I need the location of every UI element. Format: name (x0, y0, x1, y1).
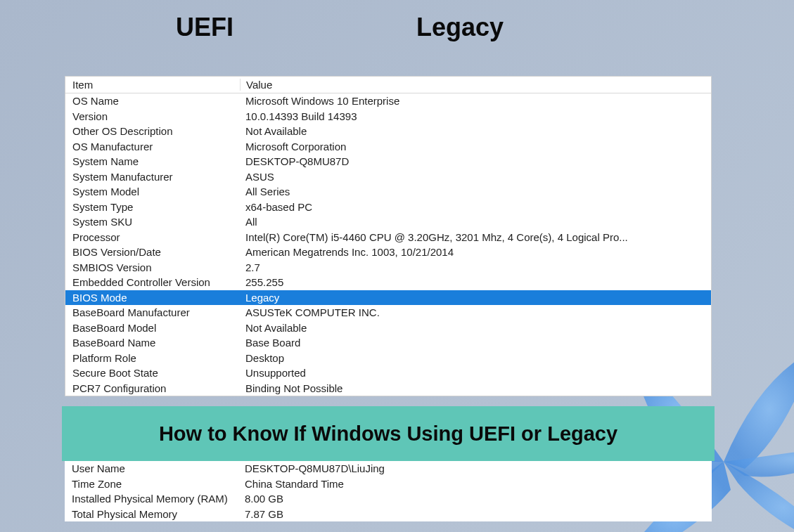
row-value: x64-based PC (240, 200, 711, 215)
table-row[interactable]: Installed Physical Memory (RAM)8.00 GB (65, 491, 712, 507)
row-item: OS Name (65, 93, 240, 109)
table-row[interactable]: System NameDESKTOP-Q8MU87D (65, 154, 711, 169)
row-value: China Standard Time (239, 476, 712, 492)
row-value: Not Available (240, 320, 711, 336)
row-value: ASUS (240, 169, 711, 185)
row-item: System SKU (65, 214, 240, 230)
table-row[interactable]: System ManufacturerASUS (65, 169, 711, 185)
lower-rows-container: User NameDESKTOP-Q8MU87D\LiuJingTime Zon… (65, 461, 712, 521)
column-header-value[interactable]: Value (240, 79, 711, 91)
row-item: Embedded Controller Version (65, 275, 240, 290)
row-value: American Megatrends Inc. 1003, 10/21/201… (240, 245, 711, 260)
header-legacy-label: Legacy (416, 13, 504, 42)
table-row[interactable]: User NameDESKTOP-Q8MU87D\LiuJing (65, 461, 712, 476)
row-item: Processor (65, 230, 240, 245)
header-labels: UEFI Legacy (0, 0, 794, 42)
row-value: 10.0.14393 Build 14393 (240, 109, 711, 124)
row-value: Unsupported (240, 365, 711, 381)
row-value: ASUSTeK COMPUTER INC. (240, 305, 711, 320)
row-value: 255.255 (240, 275, 711, 290)
row-item: System Type (65, 200, 240, 215)
row-value: DESKTOP-Q8MU87D\LiuJing (239, 461, 712, 476)
row-item: System Model (65, 184, 240, 200)
table-row[interactable]: SMBIOS Version2.7 (65, 260, 711, 275)
rows-container: OS NameMicrosoft Windows 10 EnterpriseVe… (65, 93, 711, 396)
banner-text: How to Know If Windows Using UEFI or Leg… (159, 422, 617, 446)
title-banner: How to Know If Windows Using UEFI or Leg… (62, 406, 715, 461)
row-item: Total Physical Memory (65, 507, 239, 522)
table-row[interactable]: PCR7 ConfigurationBinding Not Possible (65, 381, 711, 396)
system-info-panel-lower: User NameDESKTOP-Q8MU87D\LiuJingTime Zon… (65, 461, 712, 521)
row-item: Time Zone (65, 476, 239, 492)
row-item: PCR7 Configuration (65, 381, 240, 396)
row-value: 2.7 (240, 260, 711, 275)
row-value: Base Board (240, 335, 711, 351)
table-row[interactable]: Platform RoleDesktop (65, 351, 711, 366)
row-value: Microsoft Windows 10 Enterprise (240, 93, 711, 109)
row-value: Binding Not Possible (240, 381, 711, 396)
table-row[interactable]: ProcessorIntel(R) Core(TM) i5-4460 CPU @… (65, 230, 711, 245)
row-item: User Name (65, 461, 239, 476)
table-row[interactable]: Secure Boot StateUnsupported (65, 365, 711, 381)
table-row[interactable]: Total Physical Memory7.87 GB (65, 507, 712, 522)
row-item: System Manufacturer (65, 169, 240, 185)
panel-column-headers: Item Value (65, 77, 711, 93)
row-item: BaseBoard Name (65, 335, 240, 351)
row-item: BaseBoard Model (65, 320, 240, 336)
table-row[interactable]: BIOS Version/DateAmerican Megatrends Inc… (65, 245, 711, 260)
row-item: System Name (65, 154, 240, 169)
row-item: OS Manufacturer (65, 139, 240, 155)
table-row[interactable]: Other OS DescriptionNot Available (65, 124, 711, 139)
row-value: 8.00 GB (239, 491, 712, 507)
header-uefi-label: UEFI (176, 13, 233, 42)
table-row[interactable]: BaseBoard NameBase Board (65, 335, 711, 351)
row-item: BIOS Version/Date (65, 245, 240, 260)
column-header-item[interactable]: Item (65, 79, 240, 91)
row-value: All Series (240, 184, 711, 200)
row-value: Desktop (240, 351, 711, 366)
row-value: 7.87 GB (239, 507, 712, 522)
table-row[interactable]: Version10.0.14393 Build 14393 (65, 109, 711, 124)
row-item: Installed Physical Memory (RAM) (65, 491, 239, 507)
row-item: BIOS Mode (65, 290, 240, 306)
row-value: Not Available (240, 124, 711, 139)
table-row[interactable]: Embedded Controller Version255.255 (65, 275, 711, 290)
table-row[interactable]: System ModelAll Series (65, 184, 711, 200)
table-row[interactable]: OS NameMicrosoft Windows 10 Enterprise (65, 93, 711, 109)
row-item: BaseBoard Manufacturer (65, 305, 240, 320)
row-item: Platform Role (65, 351, 240, 366)
table-row[interactable]: BIOS ModeLegacy (65, 290, 711, 306)
row-item: Other OS Description (65, 124, 240, 139)
row-value: Legacy (240, 290, 711, 306)
row-value: Intel(R) Core(TM) i5-4460 CPU @ 3.20GHz,… (240, 230, 711, 245)
row-item: Secure Boot State (65, 365, 240, 381)
table-row[interactable]: System Typex64-based PC (65, 200, 711, 215)
table-row[interactable]: BaseBoard ManufacturerASUSTeK COMPUTER I… (65, 305, 711, 320)
table-row[interactable]: System SKUAll (65, 214, 711, 230)
row-value: DESKTOP-Q8MU87D (240, 154, 711, 169)
system-info-panel: Item Value OS NameMicrosoft Windows 10 E… (65, 76, 712, 396)
table-row[interactable]: BaseBoard ModelNot Available (65, 320, 711, 336)
row-item: Version (65, 109, 240, 124)
row-value: Microsoft Corporation (240, 139, 711, 155)
table-row[interactable]: Time ZoneChina Standard Time (65, 476, 712, 492)
row-item: SMBIOS Version (65, 260, 240, 275)
table-row[interactable]: OS ManufacturerMicrosoft Corporation (65, 139, 711, 155)
row-value: All (240, 214, 711, 230)
